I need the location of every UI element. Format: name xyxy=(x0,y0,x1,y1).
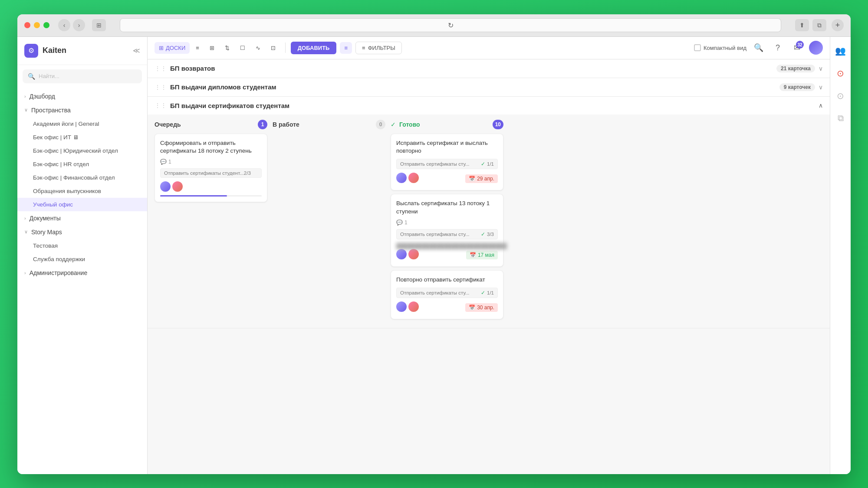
card-meta-c1: 💬 1 xyxy=(160,159,262,165)
sidebar-item-administration[interactable]: › Администрирование xyxy=(17,266,147,280)
section-chevron-diplomas[interactable]: ∨ xyxy=(819,84,823,91)
section-certificates: ⋮⋮ БП выдачи сертификатов студентам ∧ Оч… xyxy=(148,97,830,328)
card-progress-text-d1: Отправить сертификаты сту... xyxy=(400,161,470,167)
sidebar-subitem-label-support: Служба поддержки xyxy=(33,256,85,262)
section-returns: ⋮⋮ БП возвратов 21 карточка ∨ xyxy=(148,59,830,78)
avatar-1-c1 xyxy=(160,181,171,192)
comment-count-d2: 1 xyxy=(404,219,408,226)
sidebar-subitem-support[interactable]: Служба поддержки xyxy=(17,252,147,266)
card-d3[interactable]: Повторно отправить сертификат Отправить … xyxy=(391,270,503,319)
sidebar-item-documents[interactable]: › Документы xyxy=(17,211,147,225)
section-header-returns[interactable]: ⋮⋮ БП возвратов 21 карточка ∨ xyxy=(148,59,830,78)
progress-ratio-d3: 1/1 xyxy=(487,290,494,295)
sidebar-item-label-administration: Администрирование xyxy=(30,269,88,276)
sort-button[interactable]: ⇅ xyxy=(220,42,234,54)
sidebar-collapse-button[interactable]: ≪ xyxy=(133,46,140,55)
right-panel: 👥 ⊙ ⊙ ⧉ xyxy=(830,37,851,474)
drag-handle-diplomas: ⋮⋮ xyxy=(155,84,167,91)
sidebar-item-story-maps[interactable]: ∨ Story Maps xyxy=(17,225,147,239)
sidebar-subitem-back-office-finance[interactable]: Бэк-офис | Финансовый отдел xyxy=(17,171,147,184)
help-icon: ? xyxy=(776,43,780,52)
column-header-queue: Очередь 1 xyxy=(155,120,267,129)
browser-actions: ⬆ ⧉ + xyxy=(795,19,844,31)
right-panel-copy-icon[interactable]: ⧉ xyxy=(834,111,848,125)
right-panel-activity-icon[interactable]: ⊙ xyxy=(834,66,848,80)
chart-button[interactable]: ∿ xyxy=(251,42,265,54)
user-avatar[interactable] xyxy=(809,41,823,55)
new-tab-button[interactable]: + xyxy=(832,19,844,31)
section-title-certificates: БП выдачи сертификатов студентам xyxy=(170,102,815,109)
filter-button[interactable]: ≡ ФИЛЬТРЫ xyxy=(355,42,402,54)
table-view-button[interactable]: ⊞ xyxy=(205,42,219,54)
column-count-queue: 1 xyxy=(258,120,267,129)
nav-buttons: ‹ › xyxy=(58,19,85,31)
sidebar-subitem-test-story[interactable]: Тестовая xyxy=(17,239,147,252)
right-panel-users-icon[interactable]: 👥 xyxy=(834,44,848,58)
browser-window: ‹ › ⊞ ↻ ⬆ ⧉ + ⚙ Kaiten ≪ 🔍 Найти... xyxy=(17,14,851,474)
search-button[interactable]: 🔍 xyxy=(752,41,766,55)
sidebar-subitem-back-office-it[interactable]: Бек офис | ИТ 🖥 xyxy=(17,131,147,144)
boards-view-button[interactable]: ⊞ ДОСКИ xyxy=(155,42,190,54)
chevron-right-icon-docs: › xyxy=(24,216,26,221)
address-bar[interactable]: ↻ xyxy=(120,18,781,32)
column-header-done: ✓ Готово 10 xyxy=(391,120,503,129)
refresh-icon[interactable]: ↻ xyxy=(444,19,457,31)
sidebar-subitem-yoga[interactable]: Академия йоги | General xyxy=(17,117,147,131)
forward-button[interactable]: › xyxy=(73,19,85,31)
card-d2[interactable]: Выслать сертификаты 13 потоку 1 ступени … xyxy=(391,194,503,267)
card-date-d3: 📅 30 апр. xyxy=(465,303,498,312)
sidebar-item-spaces[interactable]: ∨ Пространства xyxy=(17,103,147,117)
add-button[interactable]: ДОБАВИТЬ xyxy=(291,42,337,54)
section-chevron-returns[interactable]: ∨ xyxy=(819,65,823,72)
card-progress-d2: Отправить сертификаты сту... ✓ 3/3 xyxy=(396,229,498,239)
sidebar-subitem-label-test-story: Тестовая xyxy=(33,242,58,249)
card-avatars-c1 xyxy=(160,181,262,192)
share-button[interactable]: ⬆ xyxy=(795,19,809,31)
equals-button[interactable]: = xyxy=(340,42,352,54)
sidebar-subitem-back-office-legal[interactable]: Бэк-офис | Юридический отдел xyxy=(17,144,147,157)
right-panel-history-icon[interactable]: ⊙ xyxy=(834,89,848,103)
sidebar-subitem-back-office-hr[interactable]: Бэк-офис | HR отдел xyxy=(17,157,147,171)
search-placeholder: Найти... xyxy=(39,73,59,79)
card-progress-d3: Отправить сертификаты сту... ✓ 1/1 xyxy=(396,288,498,298)
card-bottom-d1: 📅 29 апр. xyxy=(396,173,498,185)
compact-view-label: Компактный вид xyxy=(704,45,746,51)
section-count-returns: 21 карточка xyxy=(776,65,815,72)
copy-button[interactable]: ⧉ xyxy=(812,19,826,31)
card-title-d2: Выслать сертификаты 13 потоку 1 ступени xyxy=(396,200,498,216)
sidebar-subitem-alumni[interactable]: Обращения выпускников xyxy=(17,184,147,198)
sidebar-item-dashboard[interactable]: › Дэшборд xyxy=(17,89,147,103)
close-button[interactable] xyxy=(24,22,30,28)
kaiten-logo-icon: ⚙ xyxy=(24,44,38,58)
card-date-d2: 📅 17 мая xyxy=(466,251,498,259)
card-c1[interactable]: Сформировать и отправить сертификаты 18 … xyxy=(155,134,267,203)
view-buttons: ⊞ ДОСКИ ≡ ⊞ ⇅ ☐ ∿ xyxy=(155,42,280,54)
section-header-diplomas[interactable]: ⋮⋮ БП выдачи дипломов студентам 9 карточ… xyxy=(148,78,830,96)
notification-button[interactable]: ✉ 32 xyxy=(790,41,804,55)
section-chevron-certificates[interactable]: ∧ xyxy=(819,102,823,109)
table-icon: ⊞ xyxy=(210,45,214,51)
section-header-certificates[interactable]: ⋮⋮ БП выдачи сертификатов студентам ∧ xyxy=(148,97,830,115)
column-count-done: 10 xyxy=(493,120,503,129)
progress-ratio-d2: 3/3 xyxy=(487,232,494,237)
help-button[interactable]: ? xyxy=(771,41,785,55)
maximize-button[interactable] xyxy=(43,22,49,28)
date-label-d2: 17 мая xyxy=(478,252,494,258)
sidebar-toggle-button[interactable]: ⊞ xyxy=(92,19,106,31)
sidebar-subitem-study-office[interactable]: Учебный офис xyxy=(17,198,147,211)
archive-button[interactable]: ⊡ xyxy=(266,42,280,54)
compact-view-checkbox[interactable] xyxy=(694,44,701,51)
search-bar[interactable]: 🔍 Найти... xyxy=(23,69,142,83)
sidebar-subitem-label-back-office-finance: Бэк-офис | Финансовый отдел xyxy=(33,174,115,181)
column-title-queue: Очередь xyxy=(155,121,254,128)
back-button[interactable]: ‹ xyxy=(58,19,70,31)
toolbar: ⊞ ДОСКИ ≡ ⊞ ⇅ ☐ ∿ xyxy=(148,37,830,59)
card-avatars-d3 xyxy=(396,301,419,312)
card-progress-d1: Отправить сертификаты сту... ✓ 1/1 xyxy=(396,159,498,169)
minimize-button[interactable] xyxy=(34,22,40,28)
card-d1[interactable]: Исправить сертификат и выслать повторно … xyxy=(391,134,503,191)
compact-view-toggle[interactable]: Компактный вид xyxy=(694,44,746,51)
list-view-button[interactable]: ≡ xyxy=(191,42,204,54)
calendar-button[interactable]: ☐ xyxy=(236,42,250,54)
search-toolbar-icon: 🔍 xyxy=(754,43,763,52)
